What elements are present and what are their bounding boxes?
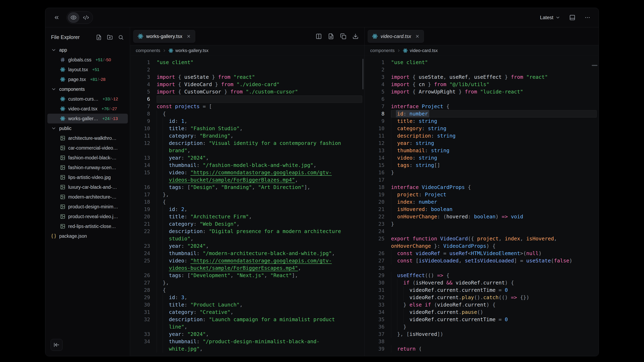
line-number[interactable]: 4 (364, 81, 391, 88)
code-line[interactable]: 30if (isHovered && videoRef.current) { (364, 279, 599, 287)
tree-item-works-galler-[interactable]: works-galler…+24/-13 (47, 114, 128, 123)
line-number[interactable]: 34 (364, 309, 391, 316)
line-number[interactable]: 12 (130, 140, 156, 154)
code-line[interactable]: 34thumbnail: "/product-design-minimalist… (130, 338, 364, 353)
code-line[interactable]: 22onHoverChange: (hovered: boolean) => v… (364, 213, 599, 220)
code-line[interactable]: 9title: string (364, 117, 599, 125)
code-line[interactable]: 12description: "Visual identity for a co… (130, 140, 364, 154)
line-number[interactable]: 20 (364, 198, 391, 206)
code-line[interactable]: 21isHovered: boolean (364, 206, 599, 213)
code-line[interactable]: 31category: "Creative", (130, 309, 364, 316)
line-number[interactable]: 39 (364, 345, 391, 353)
line-number[interactable]: 6 (364, 95, 391, 103)
code-line[interactable]: 26tags: ["Development", "Next.js", "Reac… (130, 272, 364, 279)
line-number[interactable]: 22 (130, 228, 156, 242)
line-number[interactable]: 20 (130, 213, 156, 220)
code-line[interactable]: 2 (130, 66, 364, 73)
line-number[interactable]: 26 (364, 250, 391, 257)
line-number[interactable]: 10 (364, 125, 391, 132)
line-number[interactable]: 16 (364, 169, 391, 176)
line-number[interactable]: 19 (364, 191, 391, 198)
close-icon[interactable] (186, 34, 191, 38)
collapse-panel-button[interactable] (54, 14, 60, 20)
line-number[interactable]: 31 (364, 287, 391, 294)
code-line[interactable]: 22description: "Digital presence for a m… (130, 228, 364, 242)
preview-toggle-button[interactable] (68, 12, 79, 23)
line-number[interactable]: 22 (364, 213, 391, 220)
tree-item-fashion-runway-scen-[interactable]: fashion-runway-scen… (47, 163, 128, 172)
line-number[interactable]: 23 (130, 242, 156, 250)
code-line[interactable]: 5import { ArrowUpRight } from "lucide-re… (364, 88, 599, 95)
code-line[interactable]: 39return ( (364, 345, 599, 353)
line-number[interactable]: 17 (364, 176, 391, 184)
breadcrumb-file[interactable]: video-card.tsx (410, 48, 438, 53)
code-line[interactable]: 13thumbnail: string (364, 147, 599, 154)
code-line[interactable]: 15video: "https://commondatastorage.goog… (130, 169, 364, 184)
line-number[interactable]: 18 (364, 184, 391, 191)
code-line[interactable]: 35videoRef.current.currentTime = 0 (364, 316, 599, 323)
tree-item-custom-curs-[interactable]: custom-curs…+33/-12 (47, 94, 128, 104)
code-line[interactable]: 18interface VideoCardProps { (364, 184, 599, 191)
breadcrumb-file[interactable]: works-gallery.tsx (176, 48, 208, 53)
line-number[interactable]: 29 (130, 294, 156, 301)
line-number[interactable]: 5 (364, 88, 391, 95)
code-line[interactable]: 26const videoRef = useRef<HTMLVideoEleme… (364, 250, 599, 257)
open-file-button[interactable] (328, 33, 334, 39)
tree-item-globals.css[interactable]: globals.css+51/-50 (47, 55, 128, 65)
code-editor-works-gallery[interactable]: 1"use client"23import { useState } from … (130, 56, 364, 356)
line-number[interactable]: 15 (130, 169, 156, 184)
code-line[interactable]: 21category: "Web Design", (130, 220, 364, 228)
line-number[interactable]: 14 (130, 162, 156, 169)
code-line[interactable]: 27}, (130, 279, 364, 287)
line-number[interactable]: 36 (364, 323, 391, 331)
line-number[interactable]: 25 (130, 257, 156, 272)
tree-item-components[interactable]: components (47, 84, 128, 94)
tree-item-layout.tsx[interactable]: layout.tsx+51 (47, 65, 128, 74)
code-line[interactable]: 2 (364, 66, 599, 73)
line-number[interactable]: 5 (130, 88, 156, 95)
code-line[interactable]: 14video: string (364, 154, 599, 162)
code-line[interactable]: 14thumbnail: "/fashion-model-black-and-w… (130, 162, 364, 169)
line-number[interactable]: 25 (364, 235, 391, 250)
line-number[interactable]: 13 (130, 154, 156, 162)
line-number[interactable]: 24 (130, 250, 156, 257)
scroll-cursor-marker[interactable] (592, 65, 598, 66)
code-line[interactable]: 3import { useState } from "react" (130, 73, 364, 81)
code-line[interactable]: 34videoRef.current.pause() (364, 309, 599, 316)
code-line[interactable]: 7const projects = [ (130, 103, 364, 110)
code-line[interactable]: 19project: Project (364, 191, 599, 198)
code-line[interactable]: 9id: 1, (130, 117, 364, 125)
tree-item-red-lips-artistic-close-[interactable]: red-lips-artistic-close… (47, 221, 128, 231)
code-line[interactable]: 11category: "Branding", (130, 132, 364, 140)
tree-item-architecture-walkthro-[interactable]: architecture-walkthro… (47, 133, 128, 143)
tree-item-product-reveal-video.j-[interactable]: product-reveal-video.j… (47, 212, 128, 221)
tree-item-package.json[interactable]: package.json (47, 231, 128, 241)
line-number[interactable]: 28 (130, 287, 156, 294)
code-line[interactable]: 30title: "Product Launch", (130, 301, 364, 309)
line-number[interactable]: 18 (130, 198, 156, 206)
line-number[interactable]: 4 (130, 81, 156, 88)
line-number[interactable]: 21 (364, 206, 391, 213)
line-number[interactable]: 10 (130, 125, 156, 132)
line-number[interactable]: 13 (364, 147, 391, 154)
more-menu-button[interactable] (584, 14, 590, 20)
line-number[interactable]: 2 (130, 66, 156, 73)
line-number[interactable]: 28 (364, 265, 391, 272)
code-line[interactable]: 36} (364, 323, 599, 331)
breadcrumb-folder[interactable]: components (370, 48, 395, 53)
line-number[interactable]: 27 (130, 279, 156, 287)
line-number[interactable]: 32 (364, 294, 391, 301)
code-line[interactable]: 38 (364, 338, 599, 345)
line-number[interactable]: 38 (364, 338, 391, 345)
line-number[interactable]: 26 (130, 272, 156, 279)
tree-item-page.tsx[interactable]: page.tsx+81/-28 (47, 74, 128, 84)
code-line[interactable]: 23year: "2024", (130, 242, 364, 250)
line-number[interactable]: 33 (364, 301, 391, 309)
line-number[interactable]: 6 (130, 95, 156, 103)
code-line[interactable]: 8{ (130, 110, 364, 117)
code-line[interactable]: 25video: "https://commondatastorage.goog… (130, 257, 364, 272)
code-line[interactable]: 1"use client" (130, 59, 364, 66)
code-line[interactable]: 18{ (130, 198, 364, 206)
breadcrumb-folder[interactable]: components (136, 48, 160, 53)
line-number[interactable]: 37 (364, 331, 391, 338)
